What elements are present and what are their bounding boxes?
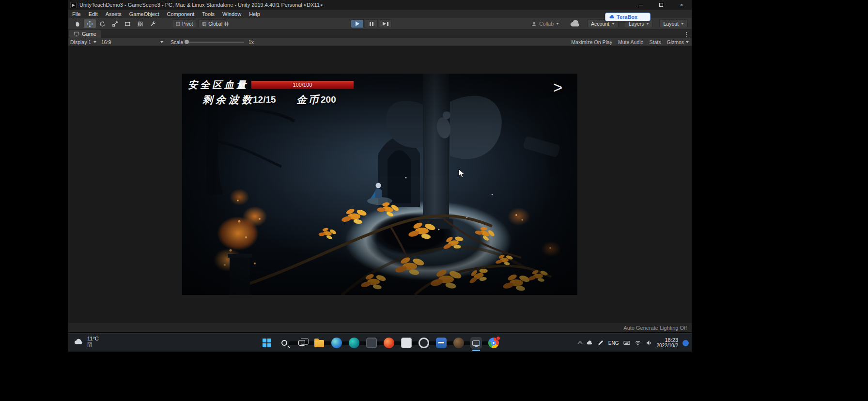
aspect-ratio-dropdown[interactable]: 16:9 <box>101 38 163 46</box>
menu-help[interactable]: Help <box>245 10 264 18</box>
maximize-button[interactable] <box>651 0 671 10</box>
search-icon <box>281 340 287 346</box>
teal-app-icon <box>349 338 359 348</box>
weather-widget[interactable]: 11°C 阴 <box>73 336 99 348</box>
menu-assets[interactable]: Assets <box>102 10 125 18</box>
system-tray: ENG 18:23 2022/10/2 <box>578 334 689 352</box>
chevron-down-icon <box>93 41 96 43</box>
language-indicator[interactable]: ENG <box>608 340 619 346</box>
hidden-icons-chevron-icon[interactable] <box>577 341 582 346</box>
light-app-icon <box>401 338 412 348</box>
chevron-down-icon <box>160 41 163 43</box>
snap-grid-icon[interactable] <box>220 19 232 28</box>
active-app-button[interactable] <box>470 337 482 349</box>
monitor-app-icon <box>472 340 480 346</box>
folder-icon <box>314 340 324 347</box>
cloud-services-icon[interactable] <box>569 19 581 28</box>
unity-logo-icon <box>70 2 77 8</box>
menu-file[interactable]: File <box>68 10 85 18</box>
app-button-4[interactable] <box>401 337 412 349</box>
stats-toggle[interactable]: Stats <box>649 39 661 45</box>
volume-icon[interactable] <box>646 339 652 346</box>
search-button[interactable] <box>279 337 290 349</box>
app-button-7[interactable] <box>453 337 465 349</box>
pause-button[interactable] <box>365 19 378 28</box>
edge-browser-button[interactable] <box>331 337 342 349</box>
file-explorer-button[interactable] <box>313 337 325 349</box>
app-button-2[interactable] <box>366 337 377 349</box>
scale-label: Scale <box>170 38 183 46</box>
main-toolbar: Pivot Global Collab <box>68 18 692 30</box>
unity-editor-window: UnityTeachDemo3 - GameScene3 - PC, Mac &… <box>68 0 692 332</box>
task-view-icon <box>298 340 305 346</box>
app-button-5[interactable] <box>418 337 430 349</box>
terabox-overlay-button[interactable]: TeraBox <box>605 13 651 21</box>
play-button[interactable] <box>351 19 364 28</box>
gold-label: 金币 <box>296 93 320 107</box>
scale-slider-knob[interactable] <box>185 40 189 44</box>
mouse-cursor <box>458 169 465 178</box>
scale-value: 1x <box>248 38 254 46</box>
chevron-down-icon <box>556 23 559 25</box>
hand-tool-icon[interactable] <box>71 19 83 28</box>
lighting-status: Auto Generate Lighting Off <box>623 325 687 331</box>
transform-tool-icon[interactable] <box>134 19 146 28</box>
start-button[interactable] <box>261 337 273 349</box>
gizmos-dropdown[interactable]: Gizmos <box>666 39 689 45</box>
ring-app-icon <box>418 338 429 348</box>
weather-temp: 11°C <box>87 336 99 342</box>
rect-tool-icon[interactable] <box>122 19 134 28</box>
tray-cloud-icon[interactable] <box>586 339 593 346</box>
layout-dropdown[interactable]: Layout <box>659 19 688 28</box>
pivot-icon <box>175 21 181 27</box>
tray-pen-icon[interactable] <box>597 339 604 346</box>
custom-tools-icon[interactable] <box>147 19 159 28</box>
windows-logo-icon <box>263 339 271 347</box>
notification-badge[interactable] <box>682 340 689 346</box>
app-button-6[interactable] <box>435 337 447 349</box>
minimize-button[interactable] <box>631 0 651 10</box>
close-button[interactable]: × <box>671 0 692 10</box>
menu-window[interactable]: Window <box>218 10 245 18</box>
kebab-menu-icon[interactable] <box>684 31 689 37</box>
step-button[interactable] <box>379 19 392 28</box>
move-tool-icon[interactable] <box>84 19 96 28</box>
next-wave-arrow-button[interactable]: > <box>553 78 562 97</box>
app-button-1[interactable] <box>348 337 360 349</box>
game-render-surface[interactable]: 安全区血量 100/100 剩余波数 12/15 金币 200 > <box>182 74 577 295</box>
terabox-cloud-icon <box>609 14 615 20</box>
app-button-3[interactable] <box>383 337 395 349</box>
game-view-icon <box>74 31 79 37</box>
menu-edit[interactable]: Edit <box>85 10 102 18</box>
blue-doc-app-icon <box>436 338 447 348</box>
weather-condition: 阴 <box>87 342 99 348</box>
menu-component[interactable]: Component <box>163 10 198 18</box>
task-view-button[interactable] <box>296 337 308 349</box>
chevron-down-icon <box>686 41 689 43</box>
mute-audio-toggle[interactable]: Mute Audio <box>618 39 644 45</box>
chevron-down-icon <box>646 23 649 25</box>
taskbar-clock[interactable]: 18:23 2022/10/2 <box>657 337 679 349</box>
waves-label: 剩余波数 <box>202 93 255 107</box>
active-app-indicator <box>472 350 480 351</box>
browser-badge-button[interactable] <box>488 337 499 349</box>
menu-bar: File Edit Assets GameObject Component To… <box>68 10 692 18</box>
tab-game[interactable]: Game <box>69 30 101 38</box>
display-dropdown[interactable]: Display 1 <box>70 38 96 46</box>
title-bar: UnityTeachDemo3 - GameScene3 - PC, Mac &… <box>68 0 692 10</box>
menu-gameobject[interactable]: GameObject <box>125 10 163 18</box>
game-view-controls: Display 1 16:9 Scale 1x Maximize On Play… <box>68 38 692 46</box>
brown-app-icon <box>453 338 464 348</box>
scale-slider[interactable] <box>186 42 244 43</box>
windows-taskbar: 11°C 阴 <box>68 333 692 352</box>
menu-tools[interactable]: Tools <box>198 10 218 18</box>
view-tab-bar: Game <box>68 30 692 38</box>
red-app-icon <box>384 338 394 348</box>
pivot-toggle-button[interactable]: Pivot <box>172 19 196 28</box>
touch-keyboard-icon[interactable] <box>623 339 630 346</box>
collab-dropdown[interactable]: Collab <box>527 19 563 28</box>
maximize-on-play-toggle[interactable]: Maximize On Play <box>571 39 612 45</box>
network-icon[interactable] <box>635 339 641 346</box>
scale-tool-icon[interactable] <box>109 19 121 28</box>
rotate-tool-icon[interactable] <box>96 19 108 28</box>
